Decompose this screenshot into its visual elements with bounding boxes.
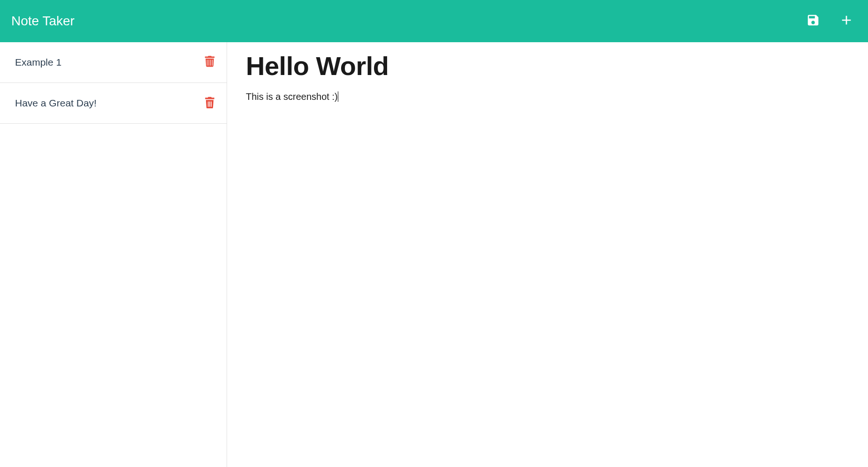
- note-editor: Hello World This is a screenshot :): [227, 42, 868, 467]
- note-item-title: Example 1: [15, 57, 61, 68]
- note-body-input[interactable]: This is a screenshot :): [246, 91, 849, 102]
- app-header: Note Taker: [0, 0, 868, 42]
- delete-note-button[interactable]: [204, 96, 215, 110]
- trash-icon: [204, 55, 215, 68]
- main-content: Example 1 Have a Great Day! Hello World …: [0, 42, 868, 467]
- app-title: Note Taker: [11, 14, 75, 29]
- header-actions: [806, 13, 854, 30]
- note-body-text: This is a screenshot :): [246, 91, 338, 102]
- save-button[interactable]: [806, 13, 820, 29]
- trash-icon: [204, 96, 215, 108]
- save-icon: [806, 13, 820, 27]
- note-title-input[interactable]: Hello World: [246, 51, 849, 81]
- note-list-item[interactable]: Have a Great Day!: [0, 83, 227, 124]
- notes-sidebar: Example 1 Have a Great Day!: [0, 42, 227, 467]
- plus-icon: [839, 13, 854, 28]
- note-list-item[interactable]: Example 1: [0, 42, 227, 83]
- note-item-title: Have a Great Day!: [15, 98, 97, 109]
- text-cursor: [338, 91, 338, 102]
- add-note-button[interactable]: [839, 13, 854, 30]
- delete-note-button[interactable]: [204, 55, 215, 69]
